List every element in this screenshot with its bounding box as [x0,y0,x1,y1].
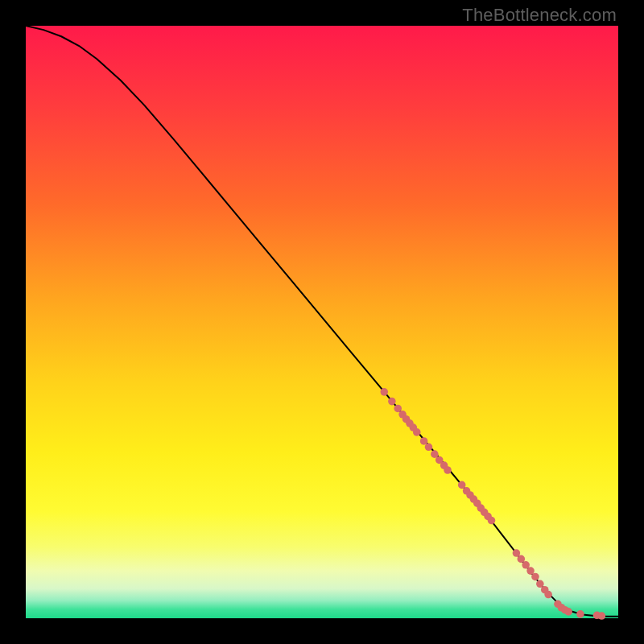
watermark-text: TheBottleneck.com [462,5,617,26]
data-point [598,612,606,620]
curve-line [26,26,618,617]
outer-frame: TheBottleneck.com [0,0,644,644]
data-point [576,610,584,618]
data-point [488,517,496,525]
data-point [413,428,421,436]
data-point [388,398,396,406]
data-point [564,608,572,616]
plot-area [26,26,618,618]
data-point [544,591,552,599]
data-point [425,444,433,452]
data-point [444,466,452,474]
data-point [381,388,389,396]
chart-svg [26,26,618,618]
data-point [531,573,539,581]
